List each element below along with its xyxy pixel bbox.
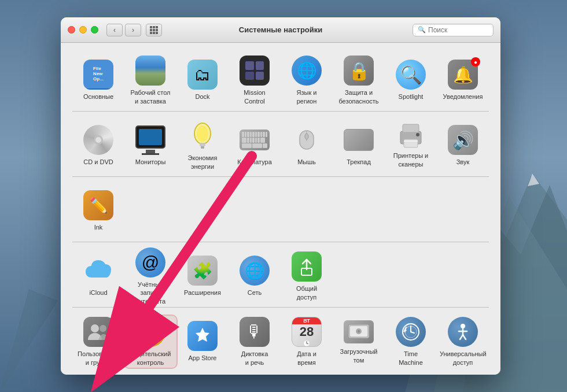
ink-icon: ✏️	[83, 190, 113, 220]
close-button[interactable]	[68, 26, 75, 34]
startup-icon	[344, 320, 374, 343]
icon-spotlight[interactable]: 🔍 Spotlight	[385, 54, 437, 106]
svg-point-22	[143, 324, 149, 330]
section-other: ✏️ Ink	[72, 185, 489, 237]
network-icon: 🌐	[240, 256, 270, 286]
section-internet: iCloud @ Учётные записиинтернета 🧩	[72, 250, 489, 302]
icon-network[interactable]: 🌐 Сеть	[229, 250, 281, 302]
icon-accessibility[interactable]: Универсальныйдоступ	[437, 316, 489, 368]
preferences-content: FileNewОр... Основные Рабочий столи заст…	[61, 43, 500, 375]
users-icon	[83, 317, 113, 347]
icon-dictation[interactable]: 🎙 Диктовкаи речь	[229, 316, 281, 368]
parental-icon	[135, 317, 165, 347]
svg-point-20	[91, 324, 99, 332]
icon-label-parental: Родительскийконтроль	[130, 350, 171, 367]
icon-parental[interactable]: Родительскийконтроль	[124, 316, 176, 368]
icon-mouse[interactable]: Мышь	[281, 120, 333, 172]
system-preferences-window: ‹ › Системные настройки 🔍	[61, 17, 500, 375]
forward-icon: ›	[132, 26, 134, 34]
trackpad-icon	[344, 129, 374, 151]
icon-keyboard[interactable]: Клавиатура	[229, 120, 281, 172]
icon-extensions[interactable]: 🧩 Расширения	[176, 250, 229, 302]
svg-line-39	[460, 335, 463, 339]
desktop-icon	[135, 56, 165, 86]
system-icons-grid: Пользователии группы	[72, 316, 489, 368]
icon-monitors[interactable]: Мониторы	[124, 120, 176, 172]
cd-icon	[83, 125, 113, 155]
icon-appstore[interactable]: App Store	[176, 316, 229, 368]
icon-energy[interactable]: Экономияэнергии	[176, 120, 229, 172]
monitors-icon	[135, 125, 165, 155]
icon-label-osnovnye: Основные	[83, 93, 113, 101]
divider-3	[72, 242, 489, 242]
icon-label-monitors: Мониторы	[135, 158, 166, 166]
section-system: Пользователии группы	[72, 316, 489, 368]
nav-buttons: ‹ ›	[106, 24, 141, 36]
minimize-button[interactable]	[79, 26, 87, 34]
icon-label-spotlight: Spotlight	[399, 93, 424, 101]
svg-point-30	[358, 330, 360, 332]
grid-view-button[interactable]	[146, 24, 162, 36]
internet-icons-grid: iCloud @ Учётные записиинтернета 🧩	[72, 250, 489, 302]
mission-icon	[240, 56, 270, 86]
icon-label-timemachine: TimeMachine	[399, 350, 423, 367]
icon-dock[interactable]: 🗂 Dock	[176, 54, 229, 106]
svg-point-10	[197, 125, 208, 142]
icloud-icon	[83, 260, 113, 281]
icon-startup[interactable]: Загрузочныйтом	[333, 316, 385, 368]
svg-point-18	[416, 133, 419, 136]
icon-label-accessibility: Универсальныйдоступ	[440, 350, 486, 367]
accounts-icon: @	[135, 247, 165, 278]
svg-line-34	[411, 332, 414, 333]
icon-label-cd: CD и DVD	[83, 158, 113, 166]
svg-point-13	[305, 134, 308, 139]
icon-ink[interactable]: ✏️ Ink	[72, 185, 124, 237]
back-button[interactable]: ‹	[106, 24, 123, 36]
icon-language[interactable]: 🌐 Язык ирегион	[281, 54, 333, 106]
icon-timemachine[interactable]: TimeMachine	[385, 316, 437, 368]
svg-rect-8	[200, 143, 205, 146]
sound-icon: 🔊	[448, 125, 478, 155]
titlebar: ‹ › Системные настройки 🔍	[61, 17, 500, 43]
forward-button[interactable]: ›	[125, 24, 141, 36]
dictation-icon: 🎙	[240, 317, 270, 347]
svg-rect-15	[403, 124, 419, 132]
icon-security[interactable]: 🔒 Защита ибезопасность	[333, 54, 385, 106]
icon-trackpad[interactable]: Трекпад	[333, 120, 385, 172]
icon-osnovnye[interactable]: FileNewОр... Основные	[72, 54, 124, 106]
icon-sharing[interactable]: Общийдоступ	[281, 250, 333, 302]
icon-users[interactable]: Пользователии группы	[72, 316, 124, 368]
icon-icloud[interactable]: iCloud	[72, 250, 124, 302]
grid-icon	[150, 26, 158, 34]
icon-desktop[interactable]: Рабочий столи заставка	[124, 54, 176, 106]
icon-notifications[interactable]: 🔔 ● Уведомления	[437, 54, 489, 106]
maximize-button[interactable]	[91, 26, 98, 34]
divider-2	[72, 176, 489, 177]
icon-label-datetime: Дата ивремя	[297, 350, 316, 367]
icon-label-dock: Dock	[195, 93, 209, 101]
svg-rect-9	[201, 146, 204, 149]
security-icon: 🔒	[344, 56, 374, 86]
icon-label-desktop: Рабочий столи заставка	[130, 88, 170, 105]
svg-rect-17	[404, 140, 418, 142]
icon-label-sharing: Общийдоступ	[296, 284, 317, 301]
section-personal: FileNewОр... Основные Рабочий столи заст…	[72, 54, 489, 106]
accessibility-icon	[448, 317, 478, 347]
icon-label-trackpad: Трекпад	[347, 158, 371, 166]
energy-icon	[189, 121, 216, 151]
hardware-icons-grid: CD и DVD Мониторы	[72, 120, 489, 172]
search-input[interactable]	[428, 26, 488, 34]
svg-line-40	[463, 335, 466, 339]
dock-icon: 🗂	[187, 60, 218, 90]
sharing-icon	[292, 252, 322, 282]
search-box[interactable]: 🔍	[413, 24, 494, 36]
finder-icon: FileNewОр...	[83, 60, 113, 90]
icon-cd[interactable]: CD и DVD	[72, 120, 124, 172]
icon-sound[interactable]: 🔊 Звук	[437, 120, 489, 172]
icon-accounts[interactable]: @ Учётные записиинтернета	[124, 250, 176, 302]
icon-mission[interactable]: MissionControl	[229, 54, 281, 106]
icon-datetime[interactable]: ВТ 28 Дата ивремя	[281, 316, 333, 368]
search-icon: 🔍	[418, 26, 426, 34]
icon-printers[interactable]: Принтеры исканеры	[385, 120, 437, 172]
section-hardware: CD и DVD Мониторы	[72, 120, 489, 172]
